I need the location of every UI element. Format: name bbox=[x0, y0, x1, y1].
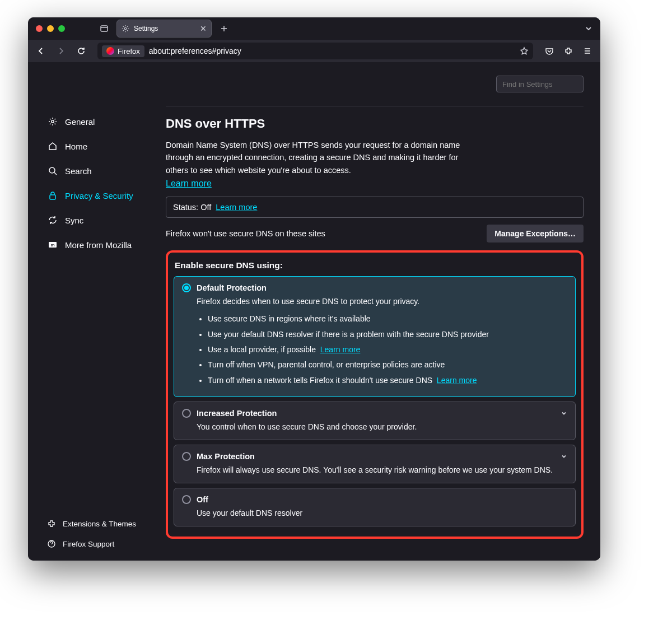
section-title: DNS over HTTPS bbox=[166, 116, 584, 131]
svg-text:m: m bbox=[50, 242, 54, 248]
search-icon bbox=[47, 166, 58, 176]
sidebar-item-home[interactable]: Home bbox=[44, 136, 155, 156]
option-max-protection[interactable]: Max Protection Firefox will always use s… bbox=[174, 445, 576, 483]
sidebar-item-label: Home bbox=[65, 142, 87, 151]
close-window-button[interactable] bbox=[36, 25, 43, 32]
help-icon bbox=[47, 539, 56, 548]
learn-more-link[interactable]: Learn more bbox=[166, 179, 212, 188]
sidebar-item-sync[interactable]: Sync bbox=[44, 210, 155, 230]
all-tabs-button[interactable] bbox=[585, 25, 592, 32]
sidebar-item-label: More from Mozilla bbox=[65, 240, 132, 250]
extensions-icon[interactable] bbox=[560, 43, 577, 59]
bullet-learn-more-link[interactable]: Learn more bbox=[320, 345, 361, 354]
sidebar-link-label: Extensions & Themes bbox=[63, 520, 136, 528]
url-bar[interactable]: Firefox about:preferences#privacy bbox=[97, 43, 533, 59]
new-tab-button[interactable] bbox=[216, 21, 232, 36]
settings-sidebar: General Home Search Privacy & Security S… bbox=[28, 62, 160, 561]
window-controls bbox=[36, 25, 65, 32]
url-text: about:preferences#privacy bbox=[149, 46, 241, 55]
firefox-logo-icon bbox=[106, 47, 114, 55]
sidebar-link-extensions[interactable]: Extensions & Themes bbox=[44, 516, 155, 531]
chevron-down-icon[interactable] bbox=[561, 410, 567, 417]
settings-main: DNS over HTTPS Domain Name System (DNS) … bbox=[160, 62, 600, 561]
settings-content: General Home Search Privacy & Security S… bbox=[28, 62, 600, 561]
puzzle-icon bbox=[47, 519, 56, 528]
app-menu-icon[interactable] bbox=[579, 43, 596, 59]
sidebar-item-label: Privacy & Security bbox=[65, 191, 133, 200]
sidebar-item-privacy[interactable]: Privacy & Security bbox=[44, 185, 155, 206]
group-title: Enable secure DNS using: bbox=[175, 260, 576, 270]
exceptions-label: Firefox won't use secure DNS on these si… bbox=[166, 229, 325, 238]
bullet-item: Turn off when a network tells Firefox it… bbox=[208, 375, 567, 386]
option-description: You control when to use secure DNS and c… bbox=[197, 421, 567, 433]
svg-point-1 bbox=[124, 27, 127, 30]
option-description: Use your default DNS resolver bbox=[197, 507, 567, 519]
minimize-window-button[interactable] bbox=[47, 25, 54, 32]
status-learn-more-link[interactable]: Learn more bbox=[216, 203, 257, 212]
svg-rect-0 bbox=[101, 26, 108, 31]
sidebar-link-support[interactable]: Firefox Support bbox=[44, 536, 155, 552]
option-title: Off bbox=[197, 495, 208, 504]
dns-status-box: Status: Off Learn more bbox=[166, 197, 584, 218]
forward-button[interactable] bbox=[53, 43, 69, 59]
radio-button[interactable] bbox=[182, 283, 191, 292]
secure-dns-options-highlight: Enable secure DNS using: Default Protect… bbox=[166, 250, 584, 538]
maximize-window-button[interactable] bbox=[58, 25, 65, 32]
radio-button[interactable] bbox=[182, 452, 191, 461]
tab-overview-icon[interactable] bbox=[96, 21, 112, 36]
identity-label: Firefox bbox=[118, 47, 140, 55]
option-off[interactable]: Off Use your default DNS resolver bbox=[174, 488, 576, 526]
bullet-item: Use secure DNS in regions where it's ava… bbox=[208, 313, 567, 324]
radio-button[interactable] bbox=[182, 495, 191, 504]
chevron-down-icon[interactable] bbox=[561, 453, 567, 460]
sidebar-item-general[interactable]: General bbox=[44, 111, 155, 132]
svg-point-3 bbox=[49, 167, 55, 173]
bullet-item: Use a local provider, if possible Learn … bbox=[208, 344, 567, 355]
tab-label: Settings bbox=[134, 25, 158, 32]
svg-point-2 bbox=[52, 120, 54, 123]
browser-window: Settings ✕ Firefox about:preferences#pri… bbox=[28, 17, 600, 561]
sidebar-item-label: General bbox=[65, 117, 95, 127]
bookmark-star-icon[interactable] bbox=[520, 46, 529, 55]
lock-icon bbox=[47, 190, 58, 200]
option-increased-protection[interactable]: Increased Protection You control when to… bbox=[174, 402, 576, 440]
bullet-item: Use your default DNS resolver if there i… bbox=[208, 329, 567, 340]
option-description: Firefox will always use secure DNS. You'… bbox=[197, 464, 567, 476]
mozilla-icon: m bbox=[47, 240, 58, 250]
sync-icon bbox=[47, 215, 58, 225]
sidebar-item-label: Search bbox=[65, 166, 92, 176]
sidebar-item-mozilla[interactable]: m More from Mozilla bbox=[44, 235, 155, 255]
status-label: Status: Off bbox=[173, 203, 211, 212]
sidebar-item-label: Sync bbox=[65, 216, 83, 225]
titlebar: Settings ✕ bbox=[28, 17, 600, 40]
gear-icon bbox=[47, 116, 58, 127]
tab-settings[interactable]: Settings ✕ bbox=[116, 20, 212, 38]
find-in-settings-input[interactable] bbox=[496, 76, 584, 92]
close-tab-icon[interactable]: ✕ bbox=[200, 24, 207, 33]
option-title: Max Protection bbox=[197, 452, 255, 461]
back-button[interactable] bbox=[32, 43, 49, 59]
option-default-protection[interactable]: Default Protection Firefox decides when … bbox=[174, 276, 576, 397]
gear-icon bbox=[122, 25, 129, 32]
reload-button[interactable] bbox=[73, 43, 90, 59]
toolbar: Firefox about:preferences#privacy bbox=[28, 40, 600, 62]
manage-exceptions-button[interactable]: Manage Exceptions… bbox=[487, 225, 584, 242]
sidebar-item-search[interactable]: Search bbox=[44, 161, 155, 181]
radio-button[interactable] bbox=[182, 409, 191, 418]
sidebar-link-label: Firefox Support bbox=[63, 540, 114, 548]
option-bullets: Use secure DNS in regions where it's ava… bbox=[208, 313, 567, 385]
option-title: Default Protection bbox=[197, 283, 267, 292]
svg-rect-4 bbox=[50, 195, 55, 199]
section-description: Domain Name System (DNS) over HTTPS send… bbox=[166, 139, 479, 176]
home-icon bbox=[47, 141, 58, 151]
bullet-item: Turn off when VPN, parental control, or … bbox=[208, 359, 567, 370]
identity-chip[interactable]: Firefox bbox=[102, 45, 144, 57]
option-title: Increased Protection bbox=[197, 409, 277, 418]
bullet-learn-more-link[interactable]: Learn more bbox=[437, 376, 477, 385]
pocket-icon[interactable] bbox=[541, 43, 558, 59]
option-description: Firefox decides when to use secure DNS t… bbox=[197, 296, 567, 307]
